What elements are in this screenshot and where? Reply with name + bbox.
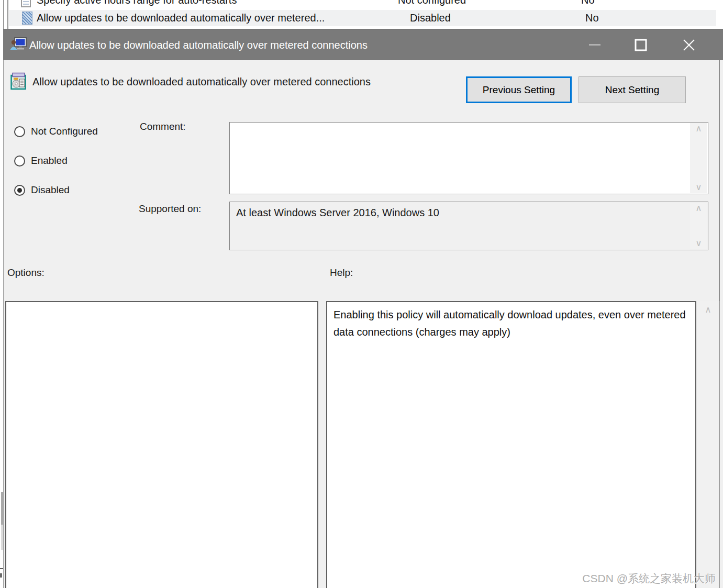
group-policy-icon bbox=[10, 37, 27, 55]
options-panel bbox=[5, 301, 318, 588]
radio-indicator bbox=[14, 156, 25, 167]
previous-setting-button[interactable]: Previous Setting bbox=[466, 76, 572, 103]
scroll-down-icon[interactable]: ∨ bbox=[695, 182, 702, 193]
help-text: Enabling this policy will automatically … bbox=[327, 302, 695, 341]
help-label: Help: bbox=[330, 267, 353, 279]
scroll-up-icon[interactable]: ∧ bbox=[695, 203, 702, 214]
comment-scrollbar[interactable]: ∧ ∨ bbox=[690, 123, 707, 193]
options-label: Options: bbox=[7, 267, 45, 279]
policy-list-background: Specify active hours range for auto-rest… bbox=[0, 0, 723, 29]
next-setting-button[interactable]: Next Setting bbox=[579, 76, 686, 103]
list-item-selected[interactable]: Allow updates to be downloaded automatic… bbox=[0, 10, 723, 26]
policy-comment: No bbox=[585, 10, 599, 26]
close-button[interactable] bbox=[676, 29, 702, 61]
comment-label: Comment: bbox=[140, 121, 186, 132]
supported-on-value: At least Windows Server 2016, Windows 10 bbox=[236, 207, 439, 219]
policy-setting-dialog: Allow updates to be downloaded automatic… bbox=[3, 29, 723, 588]
policy-setting-title: Allow updates to be downloaded automatic… bbox=[32, 76, 462, 88]
radio-disabled[interactable]: Disabled bbox=[14, 184, 70, 196]
supported-on-field: At least Windows Server 2016, Windows 10… bbox=[229, 202, 708, 250]
policy-state: Disabled bbox=[410, 10, 451, 26]
supported-scrollbar[interactable]: ∧ ∨ bbox=[690, 203, 707, 249]
policy-setting-icon bbox=[10, 72, 27, 92]
comment-textarea[interactable]: ∧ ∨ bbox=[229, 122, 708, 194]
policy-item-icon bbox=[21, 0, 31, 7]
minimize-button[interactable] bbox=[582, 29, 607, 61]
policy-item-icon bbox=[22, 12, 32, 25]
radio-enabled[interactable]: Enabled bbox=[14, 154, 68, 167]
policy-state: Not configured bbox=[398, 0, 466, 6]
scroll-up-icon[interactable]: ∧ bbox=[705, 304, 711, 316]
watermark: CSDN @系统之家装机大师 bbox=[582, 571, 716, 586]
supported-on-label: Supported on: bbox=[139, 203, 201, 215]
radio-not-configured[interactable]: Not Configured bbox=[14, 125, 98, 138]
radio-indicator bbox=[14, 185, 25, 196]
scroll-up-icon[interactable]: ∧ bbox=[695, 123, 702, 135]
screen: Specify active hours range for auto-rest… bbox=[0, 0, 723, 588]
scroll-down-icon[interactable]: ∨ bbox=[695, 238, 702, 249]
background-window-mark bbox=[0, 573, 2, 578]
policy-comment: No bbox=[581, 0, 595, 6]
maximize-button[interactable] bbox=[628, 29, 653, 61]
help-panel: Enabling this policy will automatically … bbox=[326, 301, 696, 588]
dialog-titlebar[interactable]: Allow updates to be downloaded automatic… bbox=[3, 29, 723, 60]
policy-name: Specify active hours range for auto-rest… bbox=[37, 0, 237, 6]
policy-name: Allow updates to be downloaded automatic… bbox=[37, 10, 325, 26]
radio-label: Enabled bbox=[31, 155, 68, 167]
list-item[interactable]: Specify active hours range for auto-rest… bbox=[0, 0, 723, 9]
radio-indicator bbox=[14, 126, 25, 137]
help-scrollbar[interactable]: ∧ bbox=[697, 301, 719, 588]
radio-label: Not Configured bbox=[31, 126, 98, 137]
radio-label: Disabled bbox=[31, 184, 70, 196]
dialog-body: Allow updates to be downloaded automatic… bbox=[3, 60, 723, 588]
dialog-title: Allow updates to be downloaded automatic… bbox=[29, 29, 368, 61]
